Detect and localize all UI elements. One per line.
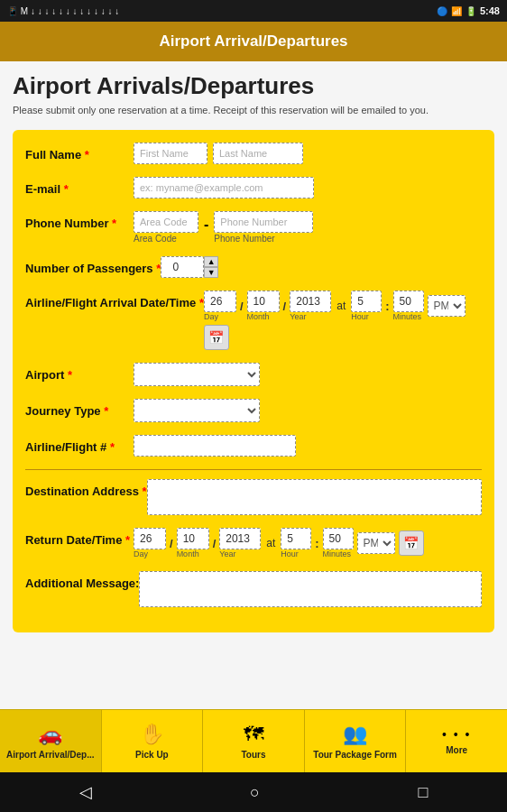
android-back-btn[interactable]: ◁ xyxy=(79,782,92,802)
return-date-time-row: Day / Month / Year at Hour xyxy=(134,528,482,558)
divider-1 xyxy=(25,469,482,470)
destination-address-label: Destination Address * xyxy=(25,479,147,500)
arrival-year-wrapper: Year xyxy=(290,291,331,321)
more-icon: • • • xyxy=(442,727,471,742)
passengers-decrement-btn[interactable]: ▼ xyxy=(204,267,218,278)
return-hour-wrapper: Hour xyxy=(281,528,311,558)
additional-message-input[interactable] xyxy=(139,571,482,607)
arrival-year-label: Year xyxy=(290,312,306,321)
return-day-input[interactable] xyxy=(134,528,166,549)
first-name-wrapper xyxy=(134,143,207,164)
journey-type-label: Journey Type * xyxy=(25,399,134,420)
nav-airport-arrival-dep[interactable]: 🚗 Airport Arrival/Dep... xyxy=(0,710,102,772)
return-calendar-btn[interactable]: 📅 xyxy=(399,531,424,556)
notification-icons: 📱 M ↓ ↓ ↓ ↓ ↓ ↓ ↓ ↓ ↓ ↓ ↓ ↓ ↓ xyxy=(7,6,119,16)
arrival-month-wrapper: Month xyxy=(247,291,280,321)
airline-flight-controls xyxy=(134,435,482,457)
area-code-wrapper: Area Code xyxy=(134,211,198,244)
status-bar: 📱 M ↓ ↓ ↓ ↓ ↓ ↓ ↓ ↓ ↓ ↓ ↓ ↓ ↓ 🔵 📶 🔋 5:48 xyxy=(0,0,507,22)
return-year-input[interactable] xyxy=(219,528,261,549)
pick-up-icon: ✋ xyxy=(140,723,164,746)
return-datetime-row: Return Date/Time * Day / Month / xyxy=(25,528,482,558)
return-month-input[interactable] xyxy=(177,528,209,549)
passengers-controls: ▲ ▼ xyxy=(161,256,482,278)
return-hour-input[interactable] xyxy=(281,528,311,549)
passengers-input[interactable] xyxy=(161,256,204,278)
arrival-year-input[interactable] xyxy=(290,291,331,312)
email-input[interactable] xyxy=(134,177,314,198)
first-name-input[interactable] xyxy=(134,143,207,164)
status-bar-left-icons: 📱 M ↓ ↓ ↓ ↓ ↓ ↓ ↓ ↓ ↓ ↓ ↓ ↓ ↓ xyxy=(7,6,119,16)
android-home-btn[interactable]: ○ xyxy=(250,783,260,802)
passengers-spinner: ▲ ▼ xyxy=(204,256,218,278)
airport-controls xyxy=(134,363,482,386)
additional-message-controls xyxy=(139,571,482,607)
airport-select[interactable] xyxy=(134,363,260,386)
area-code-input[interactable] xyxy=(134,211,198,233)
passengers-increment-btn[interactable]: ▲ xyxy=(204,256,218,267)
tours-icon: 🗺 xyxy=(244,723,263,746)
arrival-month-input[interactable] xyxy=(247,291,280,312)
wifi-icon: 📶 xyxy=(451,6,462,16)
return-hour-label: Hour xyxy=(281,549,299,558)
airline-flight-input[interactable] xyxy=(134,435,296,457)
more-label: More xyxy=(446,745,467,755)
full-name-required: * xyxy=(85,148,89,161)
passengers-row: Number of Passengers * ▲ ▼ xyxy=(25,256,482,278)
phone-row: Phone Number * Area Code - Phone Number xyxy=(25,211,482,244)
battery-icon: 🔋 xyxy=(466,6,476,16)
nav-tours[interactable]: 🗺 Tours xyxy=(203,710,305,772)
return-year-wrapper: Year xyxy=(219,528,261,558)
arrival-hour-label: Hour xyxy=(351,312,369,321)
tour-package-icon: 👥 xyxy=(343,723,367,746)
full-name-input-row xyxy=(134,143,482,164)
page-subtitle: Please submit only one reservation at a … xyxy=(13,104,494,117)
arrival-hour-input[interactable] xyxy=(351,291,382,312)
arrival-calendar-btn[interactable]: 📅 xyxy=(204,325,229,350)
tour-package-label: Tour Package Form xyxy=(313,750,397,760)
journey-type-required: * xyxy=(104,404,108,418)
arrival-minute-input[interactable] xyxy=(393,291,424,312)
passengers-number-row: ▲ ▼ xyxy=(161,256,482,278)
nav-pick-up[interactable]: ✋ Pick Up xyxy=(102,710,204,772)
return-minute-input[interactable] xyxy=(323,528,354,549)
phone-label: Phone Number * xyxy=(25,211,134,232)
arrival-date-time-row: 26 Day / Month / Year at xyxy=(204,291,482,350)
destination-address-input[interactable] xyxy=(147,479,482,515)
arrival-sep2: / xyxy=(283,300,287,313)
android-recent-btn[interactable]: □ xyxy=(418,783,428,802)
phone-number-input[interactable] xyxy=(214,211,313,233)
return-minute-label: Minutes xyxy=(323,549,352,558)
email-required: * xyxy=(64,182,69,196)
email-label: E-mail * xyxy=(25,177,134,198)
arrival-day-label: Day xyxy=(204,312,218,321)
nav-more[interactable]: • • • More xyxy=(406,710,507,772)
return-at-label: at xyxy=(266,537,275,549)
airport-required: * xyxy=(68,368,72,382)
additional-message-row: Additional Message: xyxy=(25,571,482,607)
arrival-datetime-label: Airline/Flight Arrival Date/Time * xyxy=(25,291,204,311)
phone-controls: Area Code - Phone Number xyxy=(134,211,482,244)
arrival-at-label: at xyxy=(336,300,346,312)
destination-address-row: Destination Address * xyxy=(25,479,482,515)
arrival-day-wrapper: 26 Day xyxy=(204,291,236,321)
pick-up-label: Pick Up xyxy=(135,750,169,760)
airport-row: Airport * xyxy=(25,363,482,386)
phone-number-wrapper: Phone Number xyxy=(214,211,313,244)
phone-required: * xyxy=(112,217,116,230)
return-year-label: Year xyxy=(219,549,235,558)
journey-type-select[interactable] xyxy=(134,399,260,422)
arrival-ampm-select[interactable]: PM AM xyxy=(428,295,466,317)
area-code-sublabel: Area Code xyxy=(134,234,177,244)
email-controls xyxy=(134,177,482,198)
return-ampm-select[interactable]: PM AM xyxy=(357,532,395,554)
clock: 5:48 xyxy=(480,5,500,16)
return-month-wrapper: Month xyxy=(177,528,209,558)
arrival-colon: : xyxy=(385,300,389,313)
arrival-day-input[interactable]: 26 xyxy=(204,291,236,312)
nav-tour-package-form[interactable]: 👥 Tour Package Form xyxy=(305,710,407,772)
arrival-month-label: Month xyxy=(247,312,270,321)
last-name-input[interactable] xyxy=(213,143,303,164)
last-name-wrapper xyxy=(213,143,303,164)
additional-message-label: Additional Message: xyxy=(25,571,139,592)
